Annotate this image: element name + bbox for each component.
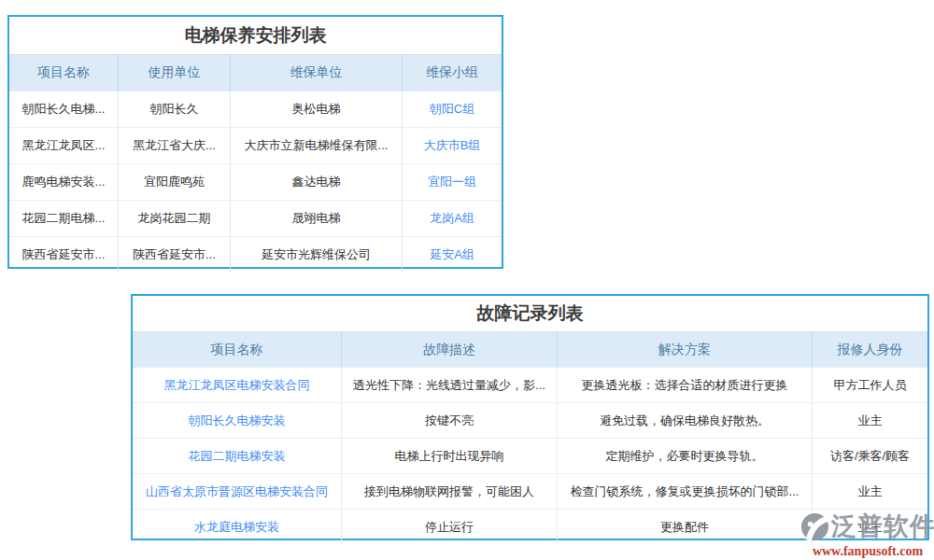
- cell-solution: 避免过载，确保电梯良好散热。: [557, 403, 812, 438]
- cell-using-unit: 陕西省延安市...: [118, 237, 230, 273]
- header-solution: 解决方案: [557, 332, 812, 367]
- header-reporter-identity: 报修人身份: [812, 332, 927, 367]
- cell-fault-description: 电梯上行时出现异响: [341, 439, 557, 473]
- watermark-url-text: www.fanpusoft.com: [800, 544, 934, 558]
- maintenance-table-title: 电梯保养安排列表: [9, 17, 502, 54]
- cell-project-name: 陕西省延安市...: [9, 237, 118, 273]
- cell-reporter-identity: 甲方工作人员: [812, 368, 927, 402]
- cell-solution: 检查门锁系统，修复或更换损坏的门锁部...: [557, 474, 812, 509]
- cell-using-unit: 龙岗花园二期: [118, 201, 230, 236]
- header-maintenance-unit: 维保单位: [230, 55, 402, 91]
- cell-project-name: 鹿鸣电梯安装...: [9, 164, 118, 200]
- fault-header-row: 项目名称 故障描述 解决方案 报修人身份: [133, 331, 927, 367]
- table-row: 花园二期电梯安装 电梯上行时出现异响 定期维护，必要时更换导轨。 访客/乘客/顾…: [133, 438, 927, 473]
- table-row: 花园二期电梯... 龙岗花园二期 晟翊电梯 龙岗A组: [9, 200, 502, 236]
- team-link[interactable]: 大庆市B组: [402, 128, 502, 163]
- table-row: 朝阳长久电梯安装 按键不亮 避免过载，确保电梯良好散热。 业主: [133, 402, 927, 438]
- header-fault-description: 故障描述: [341, 332, 557, 367]
- cell-project-name: 花园二期电梯...: [9, 201, 118, 236]
- cell-maintenance-unit: 鑫达电梯: [230, 164, 402, 200]
- table-row: 鹿鸣电梯安装... 宜阳鹿鸣苑 鑫达电梯 宜阳一组: [9, 163, 502, 200]
- watermark-brand-text: 泛普软件: [831, 511, 934, 542]
- fault-record-table: 故障记录列表 项目名称 故障描述 解决方案 报修人身份 黑龙江龙凤区电梯安装合同…: [131, 294, 929, 540]
- cell-project-name: 朝阳长久电梯...: [9, 91, 118, 127]
- cell-reporter-identity: 业主: [812, 474, 927, 509]
- cell-fault-description: 透光性下降：光线透过量减少，影...: [341, 368, 557, 402]
- cell-reporter-identity: 业主: [812, 403, 927, 438]
- cell-using-unit: 黑龙江省大庆...: [118, 128, 230, 163]
- fanpu-logo-icon: [800, 511, 830, 542]
- table-row: 陕西省延安市... 陕西省延安市... 延安市光辉维保公司 延安A组: [9, 236, 502, 273]
- table-row: 黑龙江龙凤区电梯安装合同 透光性下降：光线透过量减少，影... 更换透光板：选择…: [133, 367, 927, 402]
- team-link[interactable]: 朝阳C组: [402, 91, 502, 127]
- cell-solution: 更换透光板：选择合适的材质进行更换: [557, 368, 812, 402]
- cell-fault-description: 接到电梯物联网报警，可能困人: [341, 474, 557, 509]
- cell-maintenance-unit: 奥松电梯: [230, 91, 402, 127]
- cell-maintenance-unit: 晟翊电梯: [230, 201, 402, 236]
- cell-solution: 定期维护，必要时更换导轨。: [557, 439, 812, 473]
- project-link[interactable]: 黑龙江龙凤区电梯安装合同: [133, 368, 341, 402]
- maintenance-header-row: 项目名称 使用单位 维保单位 维保小组: [9, 54, 502, 91]
- fault-table-title: 故障记录列表: [133, 296, 927, 331]
- header-project-name: 项目名称: [133, 332, 341, 367]
- cell-fault-description: 停止运行: [341, 510, 557, 544]
- header-using-unit: 使用单位: [118, 55, 230, 91]
- cell-using-unit: 朝阳长久: [118, 91, 230, 127]
- cell-reporter-identity: 访客/乘客/顾客: [812, 439, 927, 473]
- project-link[interactable]: 水龙庭电梯安装: [133, 510, 341, 544]
- cell-solution: 更换配件: [557, 510, 812, 544]
- cell-maintenance-unit: 延安市光辉维保公司: [230, 237, 402, 273]
- cell-maintenance-unit: 大庆市立新电梯维保有限...: [230, 128, 402, 163]
- table-row: 黑龙江龙凤区... 黑龙江省大庆... 大庆市立新电梯维保有限... 大庆市B组: [9, 127, 502, 163]
- project-link[interactable]: 花园二期电梯安装: [133, 439, 341, 473]
- table-row: 山西省太原市晋源区电梯安装合同 接到电梯物联网报警，可能困人 检查门锁系统，修复…: [133, 473, 927, 509]
- header-project-name: 项目名称: [9, 55, 118, 91]
- project-link[interactable]: 朝阳长久电梯安装: [133, 403, 341, 438]
- table-row: 朝阳长久电梯... 朝阳长久 奥松电梯 朝阳C组: [9, 91, 502, 127]
- vendor-watermark: 泛普软件 www.fanpusoft.com: [800, 510, 934, 558]
- team-link[interactable]: 延安A组: [402, 237, 502, 273]
- team-link[interactable]: 宜阳一组: [402, 164, 502, 200]
- cell-using-unit: 宜阳鹿鸣苑: [118, 164, 230, 200]
- team-link[interactable]: 龙岗A组: [402, 201, 502, 236]
- project-link[interactable]: 山西省太原市晋源区电梯安装合同: [133, 474, 341, 509]
- maintenance-schedule-table: 电梯保养安排列表 项目名称 使用单位 维保单位 维保小组 朝阳长久电梯... 朝…: [7, 15, 503, 269]
- cell-project-name: 黑龙江龙凤区...: [9, 128, 118, 163]
- cell-fault-description: 按键不亮: [341, 403, 557, 438]
- header-maintenance-team: 维保小组: [402, 55, 502, 91]
